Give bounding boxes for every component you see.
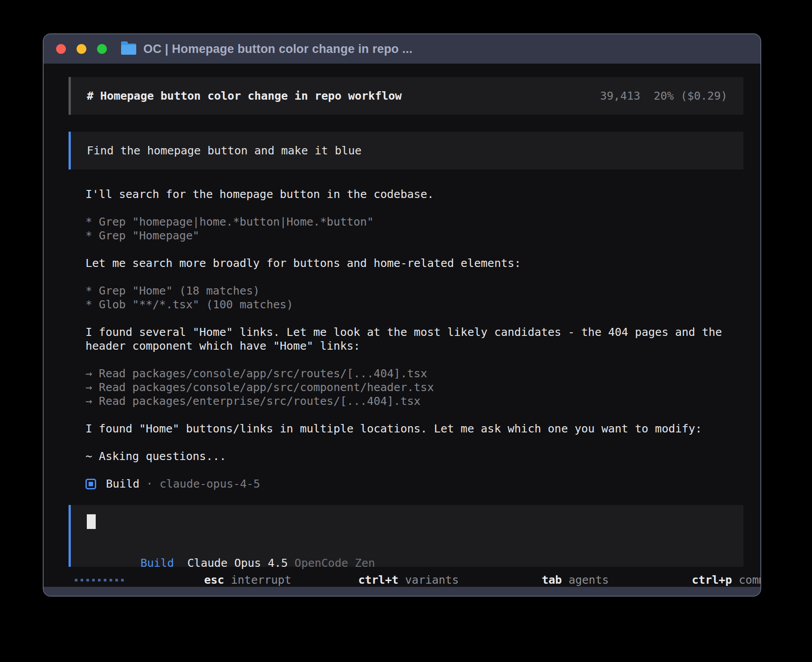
tool-asterisk-icon: *: [85, 215, 92, 228]
tool-call-line: * Grep "Homepage": [85, 229, 743, 242]
tool-call-text: Read packages/console/app/src/routes/[..…: [92, 367, 427, 380]
session-title: # Homepage button color change in repo w…: [87, 89, 402, 103]
tool-call-line: → Read packages/console/app/src/routes/[…: [85, 367, 743, 380]
tool-call-line: → Read packages/enterprise/src/routes/[.…: [85, 394, 743, 408]
tool-call-text: Grep "Home" (18 matches): [92, 284, 260, 297]
hint-interrupt-key: esc: [204, 573, 224, 586]
spinner-dot: [115, 579, 118, 581]
tool-call-text: Grep "Homepage": [92, 229, 199, 242]
tool-arrow-icon: →: [85, 395, 92, 408]
assistant-text-line: I found several "Home" links. Let me loo…: [85, 325, 743, 339]
assistant-text-line: ~ Asking questions...: [85, 449, 743, 463]
tool-call-text: Grep "homepage|home.*button|Home.*button…: [92, 215, 374, 228]
blank-line: [85, 408, 743, 422]
folder-icon: [121, 44, 136, 55]
spinner-dots: [75, 579, 124, 581]
blank-line: [85, 242, 743, 256]
tool-call-line: * Grep "homepage|home.*button|Home.*butt…: [85, 215, 743, 229]
agent-separator: ·: [139, 477, 159, 491]
zoom-button[interactable]: [97, 44, 107, 54]
tool-call-line: → Read packages/console/app/src/componen…: [85, 380, 743, 394]
spinner-dot: [75, 579, 77, 581]
session-stats: 39,413 20% ($0.29): [600, 89, 727, 103]
agent-model: claude-opus-4-5: [159, 477, 260, 491]
tool-arrow-icon: →: [85, 367, 92, 380]
spinner-dot: [104, 579, 106, 581]
titlebar[interactable]: OC | Homepage button color change in rep…: [44, 34, 760, 64]
agent-build-icon: [85, 479, 96, 489]
tool-asterisk-icon: *: [85, 298, 92, 311]
blank-line: [85, 353, 743, 367]
hint-variants-label: variants: [398, 573, 459, 586]
spinner-dot: [110, 579, 112, 581]
blank-line: [85, 463, 743, 477]
assistant-text-line: I'll search for the homepage button in t…: [85, 187, 743, 201]
window-title: OC | Homepage button color change in rep…: [143, 42, 413, 56]
minimize-button[interactable]: [77, 44, 86, 54]
blank-line: [85, 311, 743, 325]
blank-line: [85, 270, 743, 284]
tool-call-text: Glob "**/*.tsx" (100 matches): [92, 298, 293, 311]
hint-variants-key: ctrl+t: [358, 573, 398, 586]
input-line: [87, 515, 727, 529]
traffic-lights: [56, 44, 107, 54]
spinner-dot: [98, 579, 101, 581]
user-message-block: Find the homepage button and make it blu…: [69, 132, 743, 170]
tool-call-text: Read packages/enterprise/src/routes/[...…: [92, 395, 421, 408]
tool-call-line: * Grep "Home" (18 matches): [85, 284, 743, 298]
hint-agents-key: tab: [542, 573, 562, 586]
tool-asterisk-icon: *: [85, 229, 92, 242]
blank-line: [85, 436, 743, 449]
terminal-window: OC | Homepage button color change in rep…: [43, 33, 761, 597]
assistant-text-line: header component which have "Home" links…: [85, 339, 743, 353]
user-message-text: Find the homepage button and make it blu…: [87, 144, 361, 157]
spinner-dot: [92, 579, 95, 581]
hint-interrupt-label: interrupt: [224, 573, 292, 586]
tool-call-text: Read packages/console/app/src/component/…: [92, 381, 434, 394]
tool-call-line: * Glob "**/*.tsx" (100 matches): [85, 298, 743, 311]
agent-status-row: Build · claude-opus-4-5: [85, 477, 743, 491]
assistant-text-line: Let me search more broadly for buttons a…: [85, 256, 743, 270]
spinner-dot: [86, 579, 89, 581]
text-cursor: [87, 514, 96, 529]
transcript: I'll search for the homepage button in t…: [69, 187, 743, 477]
spinner-dot: [81, 579, 83, 581]
status-bar: esc interrupt ctrl+t variants tab agents…: [69, 573, 743, 587]
input-model-row: Build Claude Opus 4.5 OpenCode Zen: [87, 542, 727, 556]
tool-asterisk-icon: *: [85, 284, 92, 297]
session-header: # Homepage button color change in repo w…: [69, 77, 743, 115]
blank-line: [85, 201, 743, 215]
close-button[interactable]: [56, 44, 66, 54]
prompt-input[interactable]: Build Claude Opus 4.5 OpenCode Zen: [69, 505, 743, 567]
hint-commands-label: commands: [732, 573, 761, 586]
assistant-text-line: I found "Home" buttons/links in multiple…: [85, 422, 743, 436]
hint-agents-label: agents: [562, 573, 609, 586]
window-bottom-strip: [44, 587, 760, 597]
spinner-dot: [121, 579, 124, 581]
tool-arrow-icon: →: [85, 381, 92, 394]
agent-name: Build: [106, 477, 139, 491]
terminal-content: # Homepage button color change in repo w…: [44, 64, 760, 587]
hint-commands-key: ctrl+p: [692, 573, 732, 586]
